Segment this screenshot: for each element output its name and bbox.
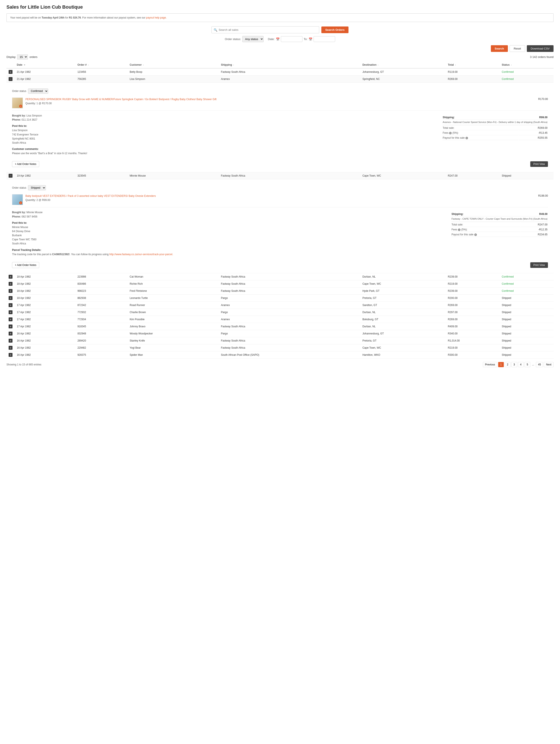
fees-amount-2: -R12.35 xyxy=(521,227,548,232)
fees-info-icon[interactable]: i xyxy=(449,132,452,135)
expand-button[interactable]: + xyxy=(9,70,12,74)
pagination-page-45[interactable]: 45 xyxy=(536,362,543,367)
bought-by-label-2: Bought by: xyxy=(12,211,26,214)
table-row: + 18 Apr 1982 882938 Leonardo Turtle Par… xyxy=(6,294,554,301)
row-order: 830486 xyxy=(75,280,127,287)
expand-button[interactable]: − xyxy=(9,174,12,178)
expand-button[interactable]: + xyxy=(9,339,12,343)
date-to-calendar-icon[interactable]: 📅 xyxy=(309,37,312,41)
col-status[interactable]: Status ↕ xyxy=(499,62,554,68)
payout-info-icon-2[interactable]: i xyxy=(474,233,477,236)
row-customer: Leonardo Turtle xyxy=(127,294,219,301)
col-destination[interactable]: Destination ↕ xyxy=(360,62,446,68)
payout-info-icon[interactable]: i xyxy=(465,137,468,139)
row-shipping: Fastway South Africa xyxy=(219,68,360,76)
post-to-section-2: Post this to: Minnie Mouse64 Disney Driv… xyxy=(12,221,445,246)
expand-button[interactable]: − xyxy=(9,77,12,81)
row-customer: Lisa Simpson xyxy=(127,76,219,83)
row-date: 18 Apr 1982 xyxy=(15,287,75,294)
pagination-page-2[interactable]: 2 xyxy=(505,362,511,367)
order-status-bar: Order status Confirmed xyxy=(12,87,548,96)
expand-cell: + xyxy=(6,287,15,294)
search-input[interactable] xyxy=(212,26,319,33)
expand-button[interactable]: + xyxy=(9,275,12,278)
payout-label-2: Payout for this sale i xyxy=(451,232,520,237)
date-from-input[interactable] xyxy=(281,36,302,42)
expand-cell: + xyxy=(6,294,15,301)
col-date[interactable]: Date ▼ xyxy=(15,62,75,68)
expand-button[interactable]: + xyxy=(9,325,12,328)
add-order-notes-button-2[interactable]: + Add Order Notes xyxy=(12,262,39,268)
print-view-button[interactable]: Print View xyxy=(530,161,548,167)
row-date: 17 Apr 1982 xyxy=(15,308,75,316)
row-date: 16 Apr 1982 xyxy=(15,344,75,351)
expand-button[interactable]: + xyxy=(9,310,12,314)
expand-button[interactable]: + xyxy=(9,303,12,307)
expand-button[interactable]: + xyxy=(9,353,12,357)
order-status-select-inline-2[interactable]: Shipped xyxy=(28,185,46,190)
total-sale-label: Total sale: xyxy=(443,125,518,130)
fees-label: Fees i (5%): xyxy=(443,131,518,135)
expand-button[interactable]: + xyxy=(9,318,12,321)
expand-cell: + xyxy=(6,330,15,337)
row-destination: Durban, NL xyxy=(360,323,446,330)
pagination-page-1[interactable]: 1 xyxy=(498,362,504,367)
row-destination: Cape Town, WC xyxy=(360,280,446,287)
table-row: + 17 Apr 1982 772932 Charlie Brown Pargo… xyxy=(6,308,554,316)
row-status: Shipped xyxy=(499,351,554,358)
row-customer: Minnie Mouse xyxy=(127,172,219,179)
payout-help-link[interactable]: payout help page. xyxy=(146,16,166,19)
expand-button[interactable]: + xyxy=(9,332,12,335)
expand-button[interactable]: + xyxy=(9,289,12,293)
row-shipping: Fastway South Africa xyxy=(219,323,360,330)
row-status: Confirmed xyxy=(499,287,554,294)
row-date: 21 Apr 1982 xyxy=(15,68,75,76)
col-shipping[interactable]: Shipping ↕ xyxy=(219,62,360,68)
product-link[interactable]: PERSONALISED SPRINGBOK RUGBY Baby Grow w… xyxy=(26,98,217,101)
total-sale-amount: R269.00 xyxy=(518,125,548,130)
row-destination: Pretoria, GT xyxy=(360,294,446,301)
pagination-next[interactable]: Next xyxy=(544,362,554,367)
row-customer: Stanley Knife xyxy=(127,337,219,344)
row-customer: Fred Flintstone xyxy=(127,287,219,294)
expand-button[interactable]: + xyxy=(9,296,12,300)
pagination-page-4[interactable]: 4 xyxy=(518,362,524,367)
tracking-link[interactable]: http://www.fastway.co.za/our-services/tr… xyxy=(109,253,173,256)
date-to-input[interactable] xyxy=(313,36,335,42)
pagination-prev[interactable]: Previous xyxy=(483,362,497,367)
download-csv-button[interactable]: Download CSV xyxy=(527,45,554,52)
bought-by-name: Lisa Simpson xyxy=(27,114,42,117)
expand-button[interactable]: + xyxy=(9,346,12,350)
search-button[interactable]: Search xyxy=(491,45,508,52)
display-control: Display 15 orders xyxy=(6,54,37,60)
col-order[interactable]: Order # ↕ xyxy=(75,62,127,68)
pagination-page-5[interactable]: 5 xyxy=(524,362,530,367)
expanded-cell: Order status Confirmed 1 PERSONALISED SP… xyxy=(6,83,554,172)
product-link-2[interactable]: Baby bodysuit VEST EXTENDERS / Pack of 3… xyxy=(26,194,156,197)
print-view-button-2[interactable]: Print View xyxy=(530,262,548,268)
bought-by-section: Bought by: Lisa Simpson Phone: 011 214 3… xyxy=(12,114,436,122)
total-sale-label-2: Total sale: xyxy=(451,222,520,227)
pagination: Showing 1 to 15 of 665 entries Previous … xyxy=(6,362,554,367)
search-orders-button[interactable]: Search Orders xyxy=(321,27,348,33)
row-destination: Durban, NL xyxy=(360,273,446,280)
col-customer[interactable]: Customer ↕ xyxy=(127,62,219,68)
date-filter: Date: 📅 To: 📅 xyxy=(268,36,335,42)
row-total: R297.00 xyxy=(446,308,499,316)
pagination-page-3[interactable]: 3 xyxy=(511,362,517,367)
order-status-select[interactable]: Any status xyxy=(242,36,264,42)
date-from-calendar-icon[interactable]: 📅 xyxy=(276,37,279,41)
row-order: 882938 xyxy=(75,294,127,301)
add-order-notes-button[interactable]: + Add Order Notes xyxy=(12,161,39,167)
row-destination: Cape Town, WC xyxy=(360,172,446,179)
row-customer: Spider Man xyxy=(127,351,219,358)
order-status-select-inline[interactable]: Confirmed xyxy=(28,88,48,94)
row-total: R247.00 xyxy=(446,172,499,179)
expand-button[interactable]: + xyxy=(9,282,12,286)
table-header-row: Date ▼ Order # ↕ Customer ↕ Shipping ↕ D… xyxy=(6,62,554,68)
col-total[interactable]: Total ↕ xyxy=(446,62,499,68)
display-count-select[interactable]: 15 xyxy=(17,54,28,60)
reset-button[interactable]: Reset xyxy=(510,45,525,52)
row-order: 928375 xyxy=(75,351,127,358)
fees-info-icon-2[interactable]: i xyxy=(458,228,460,231)
